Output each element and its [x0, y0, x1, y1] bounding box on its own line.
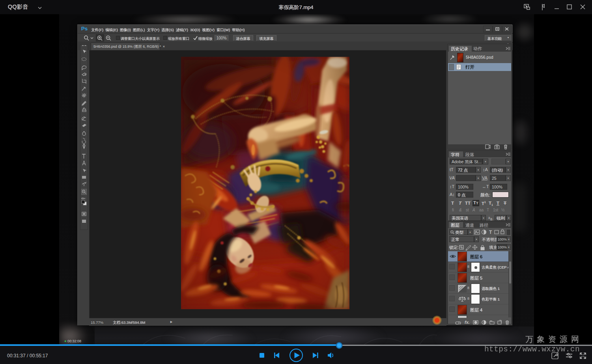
svg-text:fx.: fx. [465, 320, 470, 325]
svg-text:T: T [489, 230, 492, 235]
